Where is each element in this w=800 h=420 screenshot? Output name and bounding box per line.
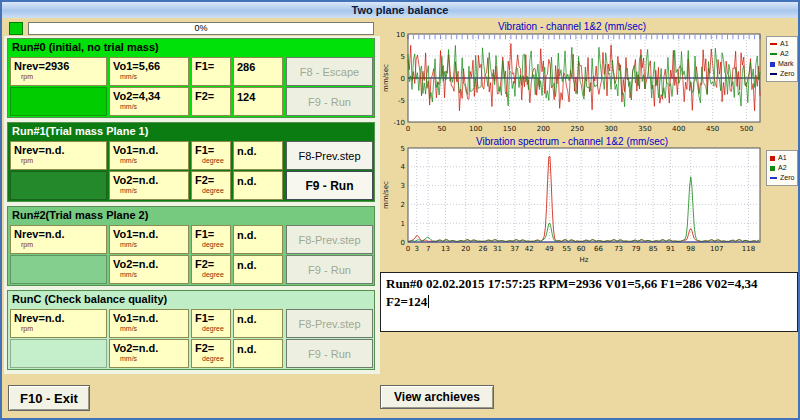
cell-unit: rpm <box>14 325 106 332</box>
svg-text:350: 350 <box>638 125 651 133</box>
result-log-textbox[interactable]: Run#0 02.02.2015 17:57:25 RPM=2936 V01=5… <box>380 272 798 332</box>
svg-text:100: 100 <box>469 125 482 133</box>
cell-value: Vo1=n.d. <box>113 144 158 156</box>
cell-unit: mm/s <box>113 271 188 278</box>
cell-value: F2= <box>195 342 214 354</box>
zero-marker-icon <box>770 177 777 179</box>
svg-text:98: 98 <box>686 245 695 253</box>
svg-text:0: 0 <box>401 239 405 247</box>
runc-f8-prev-step-button[interactable]: F8-Prev.step <box>286 309 373 338</box>
legend-item-a1: A1 <box>770 153 794 163</box>
svg-text:37: 37 <box>510 245 519 253</box>
svg-text:400: 400 <box>672 125 685 133</box>
cell-value: F2= <box>195 174 214 186</box>
run0-vo2-cell: Vo2=4,34 mm/s <box>109 87 189 116</box>
cell-value: Vo1=5,66 <box>113 60 160 72</box>
run0-f8-escape-button[interactable]: F8 - Escape <box>286 57 373 86</box>
cell-value: Nrev=n.d. <box>14 312 64 324</box>
svg-text:450: 450 <box>706 125 719 133</box>
runc-empty-cell <box>10 339 107 368</box>
f10-exit-button[interactable]: F10 - Exit <box>8 385 90 411</box>
progress-label: 0% <box>29 23 373 34</box>
legend-label: A1 <box>778 153 787 163</box>
cell-value: Vo2=4,34 <box>113 90 160 102</box>
runc-vo2-cell: Vo2=n.d. mm/s <box>109 339 189 368</box>
cell-unit: mm/s <box>113 103 188 110</box>
run1-f2-value-cell: n.d. <box>233 171 283 200</box>
svg-text:5: 5 <box>401 146 405 153</box>
runc-f9-run-button[interactable]: F9 - Run <box>286 339 373 368</box>
cell-value: n.d. <box>237 343 257 355</box>
runc-f1-value-cell: n.d. <box>233 309 283 338</box>
svg-text:mm/sec: mm/sec <box>382 181 390 209</box>
cell-value: Nrev=n.d. <box>14 228 64 240</box>
svg-text:mm/sec: mm/sec <box>382 64 390 92</box>
run2-empty-cell <box>10 255 107 284</box>
run1-nrev-cell: Nrev=n.d. rpm <box>10 141 107 170</box>
cell-unit: rpm <box>14 157 106 164</box>
svg-text:7: 7 <box>426 245 430 253</box>
run1-f2-label-cell: F2= degree <box>191 171 231 200</box>
svg-text:5: 5 <box>401 53 405 61</box>
a2-marker-icon <box>770 166 775 171</box>
run2-f2-label-cell: F2= degree <box>191 255 231 284</box>
runc-f2-label-cell: F2= degree <box>191 339 231 368</box>
svg-text:2: 2 <box>401 201 405 209</box>
cell-value: F1= <box>195 60 214 72</box>
run2-nrev-cell: Nrev=n.d. rpm <box>10 225 107 254</box>
run1-title: Run#1(Trial mass Plane 1) <box>8 123 374 140</box>
waveform-legend: A1A2MarkZero <box>766 36 798 82</box>
zero-marker-icon <box>770 73 777 75</box>
cell-unit: degree <box>195 241 230 248</box>
waveform-chart-title: Vibration - channel 1&2 (mm/sec) <box>380 21 764 32</box>
cell-value: F2= <box>195 90 214 102</box>
run2-title: Run#2(Trial mass Plane 2) <box>8 207 374 224</box>
run0-f9-run-button[interactable]: F9 - Run <box>286 87 373 116</box>
status-led-icon <box>9 22 23 35</box>
cell-unit: mm/s <box>113 157 188 164</box>
run2-f1-label-cell: F1= degree <box>191 225 231 254</box>
cell-value: Vo1=n.d. <box>113 228 158 240</box>
cell-unit: rpm <box>14 73 106 80</box>
svg-text:-10: -10 <box>394 119 405 127</box>
window-title: Two plane balance <box>352 4 449 16</box>
svg-text:60: 60 <box>577 245 586 253</box>
run2-f9-run-button[interactable]: F9 - Run <box>286 255 373 284</box>
progress-bar: 0% <box>28 22 374 35</box>
cell-value: Vo1=n.d. <box>113 312 158 324</box>
svg-text:31: 31 <box>493 245 502 253</box>
a1-marker-icon <box>770 156 775 161</box>
svg-text:66: 66 <box>594 245 603 253</box>
run1-f8-prev-step-button[interactable]: F8-Prev.step <box>286 141 373 170</box>
run2-f8-prev-step-button[interactable]: F8-Prev.step <box>286 225 373 254</box>
cell-value: Nrev=n.d. <box>14 144 64 156</box>
svg-text:73: 73 <box>614 245 623 253</box>
cell-unit: mm/s <box>113 325 188 332</box>
runc-title: RunC (Check balance quality) <box>8 291 374 308</box>
legend-label: Zero <box>780 173 794 183</box>
svg-text:200: 200 <box>537 125 550 133</box>
run1-f9-run-button[interactable]: F9 - Run <box>286 171 373 200</box>
cell-value: n.d. <box>237 259 257 271</box>
svg-text:150: 150 <box>503 125 516 133</box>
runc-f2-value-cell: n.d. <box>233 339 283 368</box>
view-archives-button[interactable]: View archieves <box>380 385 494 409</box>
legend-item-zero: Zero <box>770 69 794 79</box>
runc-nrev-cell: Nrev=n.d. rpm <box>10 309 107 338</box>
cell-unit: degree <box>195 187 230 194</box>
spectrum-chart: 0123450371320263137424955606673798591981… <box>380 146 764 268</box>
svg-text:1: 1 <box>401 220 405 228</box>
svg-text:42: 42 <box>525 245 534 253</box>
legend-label: A1 <box>780 39 789 49</box>
svg-text:50: 50 <box>437 125 446 133</box>
title-bar[interactable]: Two plane balance <box>2 2 798 18</box>
svg-text:107: 107 <box>710 245 723 253</box>
run1-f1-value-cell: n.d. <box>233 141 283 170</box>
svg-text:500: 500 <box>740 125 753 133</box>
run2-f2-value-cell: n.d. <box>233 255 283 284</box>
cell-unit: degree <box>195 157 230 164</box>
run1-f1-label-cell: F1= degree <box>191 141 231 170</box>
runc-panel: RunC (Check balance quality) Nrev=n.d. r… <box>7 290 375 370</box>
svg-text:3: 3 <box>401 182 405 190</box>
cell-unit: mm/s <box>113 355 188 362</box>
